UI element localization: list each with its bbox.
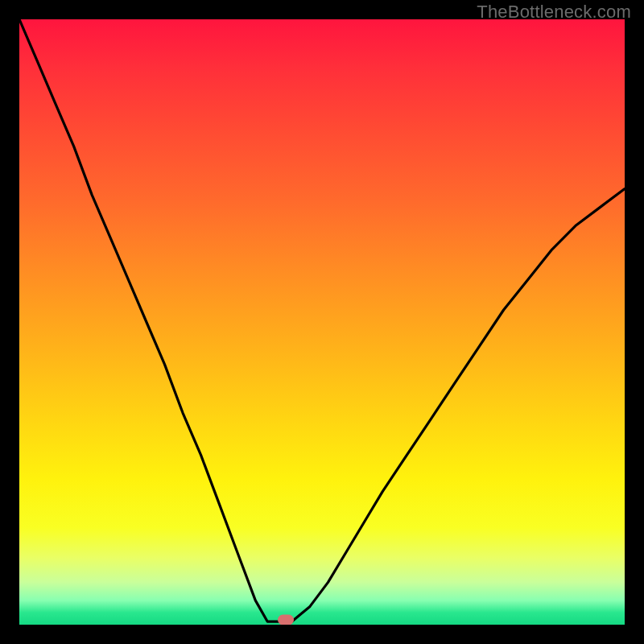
- curve-svg: [19, 19, 625, 625]
- chart-frame: TheBottleneck.com: [0, 0, 644, 644]
- optimum-marker: [278, 614, 294, 625]
- plot-area: [19, 19, 625, 625]
- watermark-text: TheBottleneck.com: [477, 2, 631, 23]
- bottleneck-curve: [19, 19, 625, 621]
